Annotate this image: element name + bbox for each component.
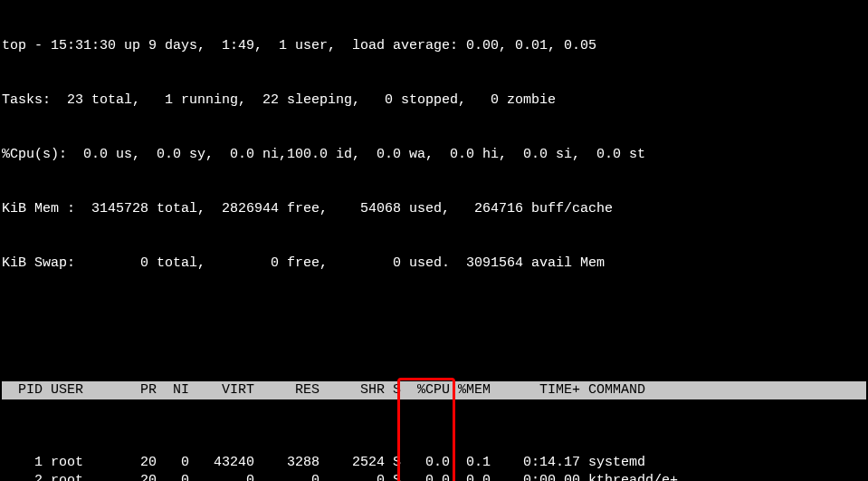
process-list: 1root2004324032882524S0.00.10:14.17syste… xyxy=(2,454,866,481)
cell-shr: 0 xyxy=(320,472,385,481)
cell-cpu: 0.0 xyxy=(401,472,450,481)
cell-cmd: systemd xyxy=(580,454,866,472)
cell-pr: 20 xyxy=(124,454,157,472)
summary-line-5: KiB Swap: 0 total, 0 free, 0 used. 30915… xyxy=(2,255,866,273)
summary-line-2: Tasks: 23 total, 1 running, 22 sleeping,… xyxy=(2,91,866,110)
cell-user: root xyxy=(43,454,124,472)
summary-line-4: KiB Mem : 3145728 total, 2826944 free, 5… xyxy=(2,200,866,218)
table-row[interactable]: 2root200000S0.00.00:00.00kthreadd/e+ xyxy=(2,472,866,481)
cell-cpu: 0.0 xyxy=(401,454,450,472)
cell-mem: 0.1 xyxy=(450,454,491,472)
cell-pid: 1 xyxy=(2,454,43,472)
cell-mem: 0.0 xyxy=(450,472,491,481)
cell-ni: 0 xyxy=(157,472,189,481)
cell-ni: 0 xyxy=(157,454,189,472)
col-ni[interactable]: NI xyxy=(157,381,189,399)
cell-time: 0:14.17 xyxy=(491,454,580,472)
col-time[interactable]: TIME+ xyxy=(491,381,580,399)
cell-s: S xyxy=(385,472,401,481)
col-cmd[interactable]: COMMAND xyxy=(580,381,866,399)
col-cpu[interactable]: %CPU xyxy=(401,381,450,399)
col-pr[interactable]: PR xyxy=(124,381,157,399)
cell-res: 3288 xyxy=(254,454,320,472)
cell-pr: 20 xyxy=(124,472,157,481)
summary-line-1: top - 15:31:30 up 9 days, 1:49, 1 user, … xyxy=(2,37,866,55)
col-res[interactable]: RES xyxy=(254,381,320,399)
cell-shr: 2524 xyxy=(320,454,385,472)
col-virt[interactable]: VIRT xyxy=(189,381,254,399)
table-row[interactable]: 1root2004324032882524S0.00.10:14.17syste… xyxy=(2,454,866,472)
col-s[interactable]: S xyxy=(385,381,401,399)
column-header-row[interactable]: PID USER PR NI VIRT RES SHR S %CPU %MEM … xyxy=(2,381,866,399)
cell-virt: 0 xyxy=(189,472,254,481)
col-mem[interactable]: %MEM xyxy=(450,381,491,399)
cell-pid: 2 xyxy=(2,472,43,481)
summary-line-3: %Cpu(s): 0.0 us, 0.0 sy, 0.0 ni,100.0 id… xyxy=(2,146,866,164)
col-shr[interactable]: SHR xyxy=(320,381,385,399)
terminal[interactable]: top - 15:31:30 up 9 days, 1:49, 1 user, … xyxy=(0,0,868,481)
col-user[interactable]: USER xyxy=(43,381,124,399)
cell-s: S xyxy=(385,454,401,472)
cell-user: root xyxy=(43,472,124,481)
cell-cmd: kthreadd/e+ xyxy=(580,472,866,481)
cell-time: 0:00.00 xyxy=(491,472,580,481)
blank-line xyxy=(2,309,866,327)
cell-virt: 43240 xyxy=(189,454,254,472)
col-pid[interactable]: PID xyxy=(2,381,43,399)
cell-res: 0 xyxy=(254,472,320,481)
